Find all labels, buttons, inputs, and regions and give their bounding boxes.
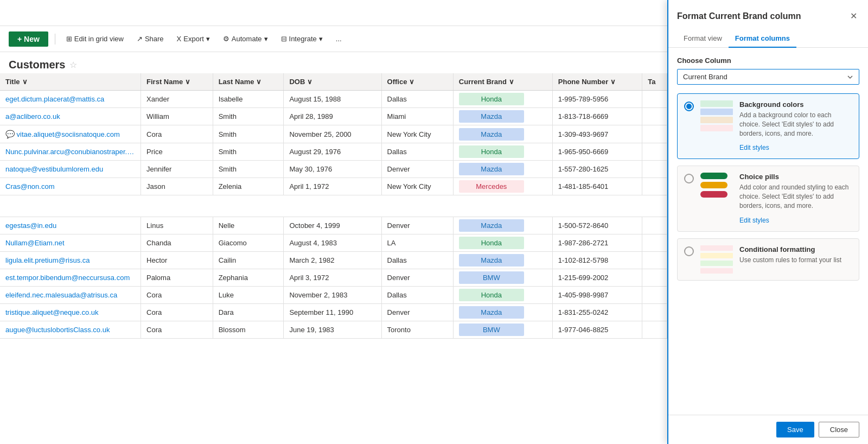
favorite-star-icon[interactable]: ☆ <box>69 60 77 70</box>
cell-ta <box>642 143 667 161</box>
background-colors-radio[interactable] <box>684 102 694 111</box>
cell-dob: November 2, 1983 <box>284 287 381 304</box>
cell-brand: Mazda <box>453 217 552 234</box>
brand-sort-icon: ∨ <box>509 78 514 86</box>
edit-in-grid-view-button[interactable]: ⊞ Edit in grid view <box>62 33 128 45</box>
preview-strip-1 <box>700 100 733 107</box>
brand-badge: Honda <box>459 289 524 301</box>
table-area[interactable]: Title ∨ First Name ∨ Last Name ∨ <box>0 73 667 439</box>
table-row[interactable]: Nunc.pulvinar.arcu@conubianostraper.edu … <box>0 143 667 161</box>
table-row[interactable]: tristique.aliquet@neque.co.uk Cora Dara … <box>0 304 667 321</box>
new-button[interactable]: + New <box>9 31 48 47</box>
col-dob[interactable]: DOB ∨ <box>284 73 381 91</box>
save-button[interactable]: Save <box>776 422 814 437</box>
table-row[interactable]: Cras@non.com Jason Zelenia April 1, 1972… <box>0 178 667 195</box>
choice-pills-option[interactable]: Choice pills Add color and rounded styli… <box>677 166 859 231</box>
cell-brand: Honda <box>453 91 552 108</box>
more-button[interactable]: ... <box>331 33 346 45</box>
phone-sort-icon: ∨ <box>610 78 616 86</box>
tab-format-view[interactable]: Format view <box>677 30 729 48</box>
pill-preview-3 <box>700 191 727 198</box>
cell-first-name: Linus <box>141 217 213 234</box>
conditional-formatting-option[interactable]: Conditional formatting Use custom rules … <box>677 238 859 281</box>
cell-phone: 1-977-046-8825 <box>552 321 642 339</box>
cell-dob: August 4, 1983 <box>284 234 381 252</box>
cell-ta <box>642 252 667 269</box>
background-colors-title: Background colors <box>739 100 852 109</box>
col-first-name[interactable]: First Name ∨ <box>141 73 213 91</box>
table-row[interactable]: eleifend.nec.malesuada@atrisus.ca Cora L… <box>0 287 667 304</box>
cell-ta <box>642 304 667 321</box>
table-row[interactable]: a@aclibero.co.uk William Smith April 28,… <box>0 108 667 125</box>
cell-title: eget.dictum.placerat@mattis.ca <box>0 91 141 108</box>
cell-title: Nullam@Etiam.net <box>0 234 141 252</box>
panel-close-button[interactable]: ✕ <box>848 9 859 23</box>
brand-badge: Mazda <box>459 254 524 267</box>
cell-title: est.tempor.bibendum@neccursusa.com <box>0 269 141 287</box>
cond-strip-4 <box>700 268 733 274</box>
choice-pills-desc: Add color and rounded styling to each ch… <box>739 183 852 210</box>
cell-dob: August 15, 1988 <box>284 91 381 108</box>
cell-last-name: Smith <box>213 108 284 125</box>
table-row[interactable]: egestas@in.edu Linus Nelle October 4, 19… <box>0 217 667 234</box>
preview-strip-2 <box>700 109 733 115</box>
preview-strip-3 <box>700 117 733 123</box>
cell-phone: 1-987-286-2721 <box>552 234 642 252</box>
integrate-button[interactable]: ⊟ Integrate ▾ <box>277 33 327 45</box>
cell-phone: 1-557-280-1625 <box>552 161 642 178</box>
col-office[interactable]: Office ∨ <box>381 73 453 91</box>
cell-brand: Mazda <box>453 304 552 321</box>
cell-first-name: Hector <box>141 252 213 269</box>
table-row[interactable]: natoque@vestibulumlorem.edu Jennifer Smi… <box>0 161 667 178</box>
automate-button[interactable]: ⚙ Automate ▾ <box>219 33 272 45</box>
cell-title: tristique.aliquet@neque.co.uk <box>0 304 141 321</box>
brand-badge: Honda <box>459 93 524 105</box>
panel-title: Format Current Brand column <box>677 11 801 21</box>
col-ta[interactable]: Ta <box>642 73 667 91</box>
choice-pills-title: Choice pills <box>739 173 852 181</box>
table-row[interactable]: augue@luctuslobortisClass.co.uk Cora Blo… <box>0 321 667 339</box>
share-button[interactable]: ↗ Share <box>132 33 168 45</box>
table-row[interactable]: eget.dictum.placerat@mattis.ca Xander Is… <box>0 91 667 108</box>
col-last-name[interactable]: Last Name ∨ <box>213 73 284 91</box>
table-header-row: Title ∨ First Name ∨ Last Name ∨ <box>0 73 667 91</box>
close-button[interactable]: Close <box>819 422 859 437</box>
export-chevron-icon: ▾ <box>206 35 210 43</box>
export-button[interactable]: X Export ▾ <box>173 33 214 45</box>
cell-dob: August 29, 1976 <box>284 143 381 161</box>
tab-format-columns[interactable]: Format columns <box>729 30 796 48</box>
separator-1 <box>55 34 55 45</box>
cell-office: Dallas <box>381 287 453 304</box>
cell-last-name: Dara <box>213 304 284 321</box>
background-colors-option[interactable]: Background colors Add a background color… <box>677 93 859 159</box>
brand-badge: Mazda <box>459 110 524 123</box>
cell-dob: October 4, 1999 <box>284 217 381 234</box>
cond-strip-3 <box>700 261 733 266</box>
column-select[interactable]: Current Brand <box>677 69 859 85</box>
cell-title: a@aclibero.co.uk <box>0 108 141 125</box>
cell-last-name: Zelenia <box>213 178 284 195</box>
cell-office: Denver <box>381 304 453 321</box>
first-name-sort-icon: ∨ <box>185 78 190 86</box>
background-colors-edit-styles[interactable]: Edit styles <box>739 144 769 151</box>
choice-pills-edit-styles[interactable]: Edit styles <box>739 217 769 224</box>
cell-first-name: Paloma <box>141 269 213 287</box>
table-row[interactable]: est.tempor.bibendum@neccursusa.com Palom… <box>0 269 667 287</box>
cell-title: natoque@vestibulumlorem.edu <box>0 161 141 178</box>
col-current-brand[interactable]: Current Brand ∨ <box>453 73 552 91</box>
conditional-formatting-radio[interactable] <box>684 246 694 256</box>
col-title[interactable]: Title ∨ <box>0 73 141 91</box>
table-row[interactable]: Nullam@Etiam.net Chanda Giacomo August 4… <box>0 234 667 252</box>
background-colors-desc: Add a background color to each choice. S… <box>739 111 852 138</box>
customers-table: Title ∨ First Name ∨ Last Name ∨ <box>0 73 667 339</box>
conditional-formatting-preview <box>700 245 733 274</box>
table-row[interactable]: 💬 vitae.aliquet@sociisnatoque.com Cora S… <box>0 125 667 143</box>
choose-column-label: Choose Column <box>677 56 859 65</box>
table-row[interactable]: ligula.elit.pretium@risus.ca Hector Cail… <box>0 252 667 269</box>
conditional-formatting-desc: Use custom rules to format your list <box>739 256 852 265</box>
cell-first-name: Cora <box>141 321 213 339</box>
brand-badge: Mazda <box>459 306 524 319</box>
choice-pills-radio[interactable] <box>684 174 694 183</box>
col-phone-number[interactable]: Phone Number ∨ <box>552 73 642 91</box>
brand-badge: Mercedes <box>459 180 524 193</box>
